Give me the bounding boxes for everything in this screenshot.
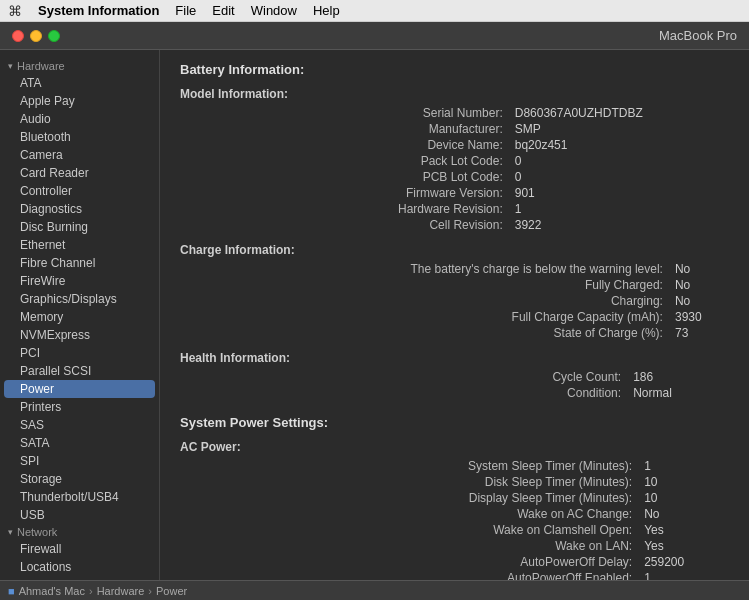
cell-rev-label: Cell Revision: xyxy=(180,217,507,233)
state-charge-value: 73 xyxy=(667,325,729,341)
sidebar-item-nvmexpress[interactable]: NVMExpress xyxy=(0,326,159,344)
table-row: Firmware Version: 901 xyxy=(180,185,729,201)
hw-rev-label: Hardware Revision: xyxy=(180,201,507,217)
hardware-label: Hardware xyxy=(17,60,65,72)
sidebar-item-storage[interactable]: Storage xyxy=(0,470,159,488)
pcb-lot-label: PCB Lot Code: xyxy=(180,169,507,185)
table-row: Charging: No xyxy=(180,293,729,309)
main-window: MacBook Pro ▾ Hardware ATA Apple Pay Aud… xyxy=(0,22,749,600)
disk-sleep-ac-value: 10 xyxy=(636,474,729,490)
statusbar: ■ Ahmad's Mac › Hardware › Power xyxy=(0,580,749,600)
firmware-value: 901 xyxy=(507,185,729,201)
autopoweroff-enabled-value: 1 xyxy=(636,570,729,580)
warning-label: The battery's charge is below the warnin… xyxy=(180,261,667,277)
pack-lot-label: Pack Lot Code: xyxy=(180,153,507,169)
disp-sleep-ac-label: Display Sleep Timer (Minutes): xyxy=(180,490,636,506)
sidebar-item-ata[interactable]: ATA xyxy=(0,74,159,92)
autopoweroff-enabled-label: AutoPowerOff Enabled: xyxy=(180,570,636,580)
state-charge-label: State of Charge (%): xyxy=(180,325,667,341)
ac-power-title: AC Power: xyxy=(180,440,729,454)
sys-sleep-ac-label: System Sleep Timer (Minutes): xyxy=(180,458,636,474)
table-row: Hardware Revision: 1 xyxy=(180,201,729,217)
main-panel: Battery Information: Model Information: … xyxy=(160,50,749,580)
table-row: Full Charge Capacity (mAh): 3930 xyxy=(180,309,729,325)
sidebar-item-camera[interactable]: Camera xyxy=(0,146,159,164)
model-info-title: Model Information: xyxy=(180,87,729,101)
cycle-count-label: Cycle Count: xyxy=(180,369,625,385)
sidebar-item-thunderbolt[interactable]: Thunderbolt/USB4 xyxy=(0,488,159,506)
sidebar-item-firewall[interactable]: Firewall xyxy=(0,540,159,558)
table-row: Cycle Count: 186 xyxy=(180,369,729,385)
disk-sleep-ac-label: Disk Sleep Timer (Minutes): xyxy=(180,474,636,490)
sys-sleep-ac-value: 1 xyxy=(636,458,729,474)
sidebar-item-audio[interactable]: Audio xyxy=(0,110,159,128)
close-button[interactable] xyxy=(12,30,24,42)
table-row: Manufacturer: SMP xyxy=(180,121,729,137)
sidebar-item-sas[interactable]: SAS xyxy=(0,416,159,434)
table-row: The battery's charge is below the warnin… xyxy=(180,261,729,277)
health-info-title: Health Information: xyxy=(180,351,729,365)
minimize-button[interactable] xyxy=(30,30,42,42)
breadcrumb-sep-2: › xyxy=(148,585,152,597)
sidebar-item-bluetooth[interactable]: Bluetooth xyxy=(0,128,159,146)
sidebar-item-pci[interactable]: PCI xyxy=(0,344,159,362)
sidebar-item-memory[interactable]: Memory xyxy=(0,308,159,326)
breadcrumb-power: Power xyxy=(156,585,187,597)
hw-rev-value: 1 xyxy=(507,201,729,217)
table-row: Disk Sleep Timer (Minutes): 10 xyxy=(180,474,729,490)
pcb-lot-value: 0 xyxy=(507,169,729,185)
sidebar-item-parallel-scsi[interactable]: Parallel SCSI xyxy=(0,362,159,380)
sidebar-item-firewire[interactable]: FireWire xyxy=(0,272,159,290)
sidebar-item-disc-burning[interactable]: Disc Burning xyxy=(0,218,159,236)
serial-label: Serial Number: xyxy=(180,105,507,121)
table-row: Condition: Normal xyxy=(180,385,729,401)
device-name-value: bq20z451 xyxy=(507,137,729,153)
window-menu[interactable]: Window xyxy=(251,3,297,18)
table-row: PCB Lot Code: 0 xyxy=(180,169,729,185)
sidebar-item-ethernet[interactable]: Ethernet xyxy=(0,236,159,254)
table-row: Wake on Clamshell Open: Yes xyxy=(180,522,729,538)
sidebar-item-graphics[interactable]: Graphics/Displays xyxy=(0,290,159,308)
sidebar-item-locations[interactable]: Locations xyxy=(0,558,159,576)
ac-power-table: System Sleep Timer (Minutes): 1 Disk Sle… xyxy=(180,458,729,580)
sidebar-item-apple-pay[interactable]: Apple Pay xyxy=(0,92,159,110)
edit-menu[interactable]: Edit xyxy=(212,3,234,18)
table-row: AutoPowerOff Enabled: 1 xyxy=(180,570,729,580)
wake-lan-value: Yes xyxy=(636,538,729,554)
traffic-lights xyxy=(12,30,60,42)
apple-menu[interactable]: ⌘ xyxy=(8,3,22,19)
help-menu[interactable]: Help xyxy=(313,3,340,18)
table-row: System Sleep Timer (Minutes): 1 xyxy=(180,458,729,474)
zoom-button[interactable] xyxy=(48,30,60,42)
content-area: ▾ Hardware ATA Apple Pay Audio Bluetooth… xyxy=(0,50,749,580)
sidebar-item-fibre-channel[interactable]: Fibre Channel xyxy=(0,254,159,272)
fully-charged-value: No xyxy=(667,277,729,293)
sidebar[interactable]: ▾ Hardware ATA Apple Pay Audio Bluetooth… xyxy=(0,50,160,580)
fully-charged-label: Fully Charged: xyxy=(180,277,667,293)
menubar: ⌘ System Information File Edit Window He… xyxy=(0,0,749,22)
hardware-section[interactable]: ▾ Hardware xyxy=(0,58,159,74)
table-row: Wake on LAN: Yes xyxy=(180,538,729,554)
manufacturer-value: SMP xyxy=(507,121,729,137)
titlebar: MacBook Pro xyxy=(0,22,749,50)
table-row: Serial Number: D860367A0UZHDTDBZ xyxy=(180,105,729,121)
sidebar-item-diagnostics[interactable]: Diagnostics xyxy=(0,200,159,218)
sidebar-item-usb[interactable]: USB xyxy=(0,506,159,524)
table-row: Display Sleep Timer (Minutes): 10 xyxy=(180,490,729,506)
sidebar-item-controller[interactable]: Controller xyxy=(0,182,159,200)
battery-section-title: Battery Information: xyxy=(180,62,729,77)
table-row: Device Name: bq20z451 xyxy=(180,137,729,153)
network-section[interactable]: ▾ Network xyxy=(0,524,159,540)
health-info-table: Cycle Count: 186 Condition: Normal xyxy=(180,369,729,401)
file-menu[interactable]: File xyxy=(175,3,196,18)
disp-sleep-ac-value: 10 xyxy=(636,490,729,506)
sidebar-item-card-reader[interactable]: Card Reader xyxy=(0,164,159,182)
status-icon: ■ xyxy=(8,585,15,597)
table-row: Wake on AC Change: No xyxy=(180,506,729,522)
sidebar-item-power[interactable]: Power xyxy=(4,380,155,398)
sidebar-item-sata[interactable]: SATA xyxy=(0,434,159,452)
firmware-label: Firmware Version: xyxy=(180,185,507,201)
sidebar-item-spi[interactable]: SPI xyxy=(0,452,159,470)
table-row: Cell Revision: 3922 xyxy=(180,217,729,233)
sidebar-item-printers[interactable]: Printers xyxy=(0,398,159,416)
